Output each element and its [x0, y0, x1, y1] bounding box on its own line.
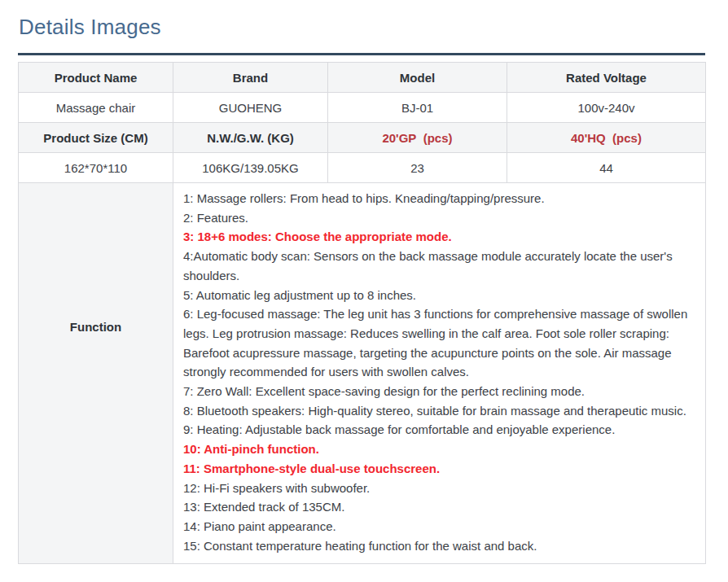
table-row-function: Function 1: Massage rollers: From head t…	[19, 183, 706, 564]
cell-nw-gw: 106KG/139.05KG	[173, 153, 328, 183]
col-header-product-name: Product Name	[19, 63, 173, 93]
table-row-header-2: Product Size (CM) N.W./G.W. (KG) 20'GP (…	[19, 123, 706, 153]
table-row-size: 162*70*110 106KG/139.05KG 23 44	[19, 153, 706, 183]
function-item: 2: Features.	[183, 208, 692, 228]
col-header-nw-gw: N.W./G.W. (KG)	[173, 123, 328, 153]
col-header-20gp: 20'GP (pcs)	[328, 123, 507, 153]
function-item: 11: Smartphone-style dual-use touchscree…	[183, 459, 692, 479]
product-details-table: Product Name Brand Model Rated Voltage M…	[18, 62, 706, 564]
function-item: 7: Zero Wall: Excellent space-saving des…	[183, 382, 692, 401]
cell-product-size: 162*70*110	[19, 153, 173, 183]
cell-brand: GUOHENG	[173, 93, 328, 123]
cell-model: BJ-01	[328, 93, 507, 123]
cell-product-name: Massage chair	[19, 93, 173, 123]
col-header-40hq: 40'HQ (pcs)	[507, 123, 706, 153]
function-list-cell: 1: Massage rollers: From head to hips. K…	[173, 183, 706, 564]
function-item: 14: Piano paint appearance.	[183, 517, 692, 536]
col-header-product-size: Product Size (CM)	[19, 123, 173, 153]
table-row-header-1: Product Name Brand Model Rated Voltage	[19, 63, 706, 93]
function-item: 15: Constant temperature heating functio…	[183, 536, 692, 556]
cell-20gp-pcs: 23	[328, 153, 507, 183]
details-section: Details Images Product Name Brand Model …	[0, 0, 728, 564]
col-header-model: Model	[328, 63, 507, 93]
page-title: Details Images	[19, 15, 728, 40]
function-item: 12: Hi-Fi speakers with subwoofer.	[183, 479, 692, 498]
title-divider	[18, 53, 705, 55]
col-header-rated-voltage: Rated Voltage	[507, 63, 706, 93]
cell-40hq-pcs: 44	[507, 153, 706, 183]
function-item: 3: 18+6 modes: Choose the appropriate mo…	[183, 227, 692, 247]
function-item: 10: Anti-pinch function.	[183, 440, 692, 459]
function-item: 13: Extended track of 135CM.	[183, 497, 692, 517]
col-header-brand: Brand	[173, 63, 328, 93]
function-item: 6: Leg-focused massage: The leg unit has…	[183, 304, 692, 382]
function-item: 4:Automatic body scan: Sensors on the ba…	[183, 247, 692, 285]
function-row-label: Function	[19, 183, 173, 564]
function-item: 1: Massage rollers: From head to hips. K…	[183, 189, 692, 208]
function-item: 5: Automatic leg adjustment up to 8 inch…	[183, 286, 692, 305]
function-item: 9: Heating: Adjustable back massage for …	[183, 420, 692, 440]
function-item: 8: Bluetooth speakers: High-quality ster…	[183, 401, 692, 421]
table-row-product: Massage chair GUOHENG BJ-01 100v-240v	[19, 93, 706, 123]
cell-rated-voltage: 100v-240v	[507, 93, 706, 123]
